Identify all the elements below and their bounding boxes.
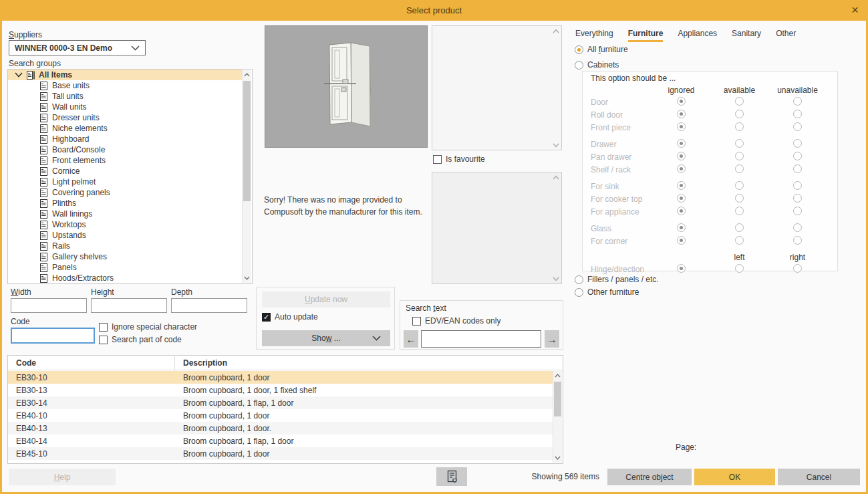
product-info-button[interactable] [436, 467, 467, 486]
tree-scrollbar[interactable] [242, 70, 251, 283]
radio-selected-icon[interactable] [677, 139, 686, 148]
width-input[interactable] [11, 298, 87, 313]
tree-item-light-pelmet[interactable]: Light pelmet [8, 176, 242, 187]
radio-selected-icon[interactable] [677, 97, 686, 106]
auto-update-checkbox[interactable]: Auto update [262, 312, 318, 322]
radio-icon[interactable] [575, 275, 583, 284]
chevron-down-icon[interactable] [15, 72, 24, 78]
radio-icon[interactable] [793, 110, 802, 118]
tree-item-worktops[interactable]: Worktops [8, 219, 242, 230]
scroll-down-icon[interactable] [551, 140, 560, 150]
scroll-up-icon[interactable] [551, 26, 560, 35]
search-part-checkbox[interactable]: Search part of code [99, 335, 182, 344]
tree-item-upstands[interactable]: Upstands [8, 230, 242, 241]
update-now-button[interactable]: Update now [262, 291, 390, 307]
radio-icon[interactable] [735, 164, 744, 173]
table-row[interactable]: EB30-14Broom cupboard, 1 flap, 1 door [8, 396, 553, 409]
radio-icon[interactable] [793, 236, 802, 245]
radio-icon[interactable] [793, 264, 802, 273]
scroll-up-icon[interactable] [243, 70, 251, 80]
radio-selected-icon[interactable] [677, 264, 686, 273]
depth-input[interactable] [171, 298, 247, 313]
tab-sanitary[interactable]: Sanitary [732, 29, 761, 42]
radio-selected-icon[interactable] [677, 164, 686, 173]
tab-appliances[interactable]: Appliances [678, 29, 717, 42]
scroll-up-icon[interactable] [553, 371, 562, 380]
tab-everything[interactable]: Everything [575, 29, 613, 42]
radio-icon[interactable] [793, 207, 802, 215]
search-prev-button[interactable]: ← [404, 330, 418, 348]
radio-icon[interactable] [575, 288, 583, 297]
tree-item-dresser-units[interactable]: Dresser units [8, 112, 242, 123]
fillers-radio[interactable]: Fillers / panels / etc. [575, 275, 659, 284]
scroll-down-icon[interactable] [553, 453, 562, 463]
close-icon[interactable]: × [851, 2, 859, 18]
radio-icon[interactable] [793, 97, 802, 106]
tree-item-wall-linings[interactable]: Wall linings [8, 209, 242, 219]
scroll-up-icon[interactable] [551, 172, 560, 182]
tree-item-base-units[interactable]: Base units [8, 80, 242, 91]
radio-icon[interactable] [735, 236, 744, 245]
radio-icon[interactable] [735, 97, 744, 106]
tab-furniture[interactable]: Furniture [628, 29, 664, 42]
tab-other[interactable]: Other [776, 29, 796, 42]
tree-scroll-thumb[interactable] [243, 81, 251, 201]
radio-icon[interactable] [735, 122, 744, 131]
radio-icon[interactable] [735, 152, 744, 160]
tree-item-highboard[interactable]: Highboard [8, 134, 242, 144]
show-button[interactable]: Show ... [262, 330, 390, 346]
cabinets-radio[interactable]: Cabinets [575, 60, 619, 70]
radio-icon[interactable] [735, 194, 744, 203]
checkbox-icon[interactable] [433, 155, 442, 164]
radio-icon[interactable] [575, 61, 583, 70]
tree-item-wall-units[interactable]: Wall units [8, 102, 242, 112]
table-row[interactable]: EB40-13Broom cupboard, 1 door. [8, 422, 553, 435]
radio-icon[interactable] [793, 164, 802, 173]
tree-item-hoods-extractors[interactable]: Hoods/Extractors [8, 273, 242, 283]
checkbox-icon[interactable] [99, 323, 108, 332]
radio-icon[interactable] [735, 207, 744, 215]
radio-selected-icon[interactable] [677, 122, 686, 131]
scroll-down-icon[interactable] [551, 274, 560, 283]
scroll-down-icon[interactable] [243, 273, 251, 283]
tree-item-covering-panels[interactable]: Covering panels [8, 187, 242, 198]
radio-selected-icon[interactable] [677, 152, 686, 160]
tree-item-gallery-shelves[interactable]: Gallery shelves [8, 251, 242, 262]
radio-icon[interactable] [793, 139, 802, 148]
radio-icon[interactable] [793, 122, 802, 131]
tree-item-niche-elements[interactable]: Niche elements [8, 123, 242, 134]
table-row[interactable]: EB40-14Broom cupboard, 1 flap, 1 door [8, 435, 553, 447]
height-input[interactable] [91, 298, 167, 313]
table-row[interactable]: EB30-13Broom cupboard, 1 door, 1 fixed s… [8, 384, 553, 396]
search-next-button[interactable]: → [545, 330, 559, 348]
radio-icon[interactable] [793, 194, 802, 203]
results-scrollbar[interactable] [553, 371, 562, 463]
suppliers-dropdown[interactable]: WINNER 0000-3 EN Demo [9, 40, 146, 55]
radio-selected-icon[interactable] [677, 181, 686, 190]
radio-icon[interactable] [793, 152, 802, 160]
table-row[interactable]: EB45-10Broom cupboard, 1 door [8, 447, 553, 460]
tree-item-cornice[interactable]: Cornice [8, 166, 242, 176]
ignore-special-checkbox[interactable]: Ignore special character [99, 322, 197, 332]
tree-item-rails[interactable]: Rails [8, 241, 242, 251]
search-text-input[interactable] [421, 330, 541, 348]
cancel-button[interactable]: Cancel [778, 469, 860, 485]
radio-icon[interactable] [735, 139, 744, 148]
table-row[interactable]: EB30-10Broom cupboard, 1 door [8, 371, 553, 384]
radio-icon[interactable] [735, 264, 744, 273]
tree-item-tall-units[interactable]: Tall units [8, 91, 242, 102]
tree-item-front-elements[interactable]: Front elements [8, 155, 242, 166]
other-furniture-radio[interactable]: Other furniture [575, 287, 639, 297]
tree-item-plinths[interactable]: Plinths [8, 198, 242, 209]
radio-selected-icon[interactable] [677, 207, 686, 215]
radio-icon[interactable] [735, 110, 744, 118]
table-row[interactable]: EB45-13Broom cupboard, 1 door, 1 fixed s… [8, 460, 553, 463]
centre-object-button[interactable]: Centre object [607, 469, 692, 485]
tree-item-all-items[interactable]: All Items [8, 70, 242, 80]
is-favourite-checkbox[interactable]: Is favourite [433, 154, 485, 164]
radio-selected-icon[interactable] [677, 236, 686, 245]
radio-icon[interactable] [793, 181, 802, 190]
radio-selected-icon[interactable] [677, 110, 686, 118]
edv-ean-checkbox[interactable]: EDV/EAN codes only [412, 316, 500, 326]
help-button[interactable]: Help [9, 469, 116, 485]
